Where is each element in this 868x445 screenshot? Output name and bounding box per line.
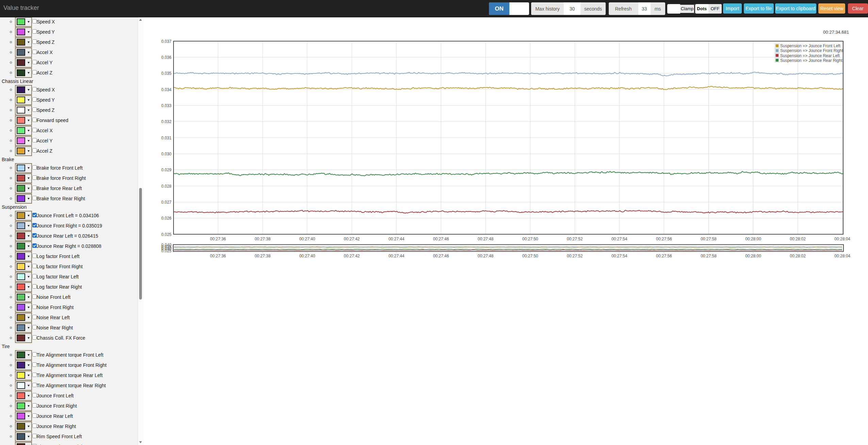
svg-text:00:27:54: 00:27:54 bbox=[611, 254, 627, 258]
svg-text:00:27:36: 00:27:36 bbox=[210, 254, 226, 258]
svg-text:00:28:00: 00:28:00 bbox=[745, 237, 761, 241]
svg-text:0.027: 0.027 bbox=[161, 200, 171, 205]
svg-text:0.029: 0.029 bbox=[161, 168, 171, 172]
svg-text:00:28:04: 00:28:04 bbox=[834, 254, 850, 258]
svg-text:00:27:44: 00:27:44 bbox=[389, 237, 405, 241]
svg-text:00:27:52: 00:27:52 bbox=[567, 237, 583, 241]
svg-text:00:28:04: 00:28:04 bbox=[834, 237, 850, 241]
svg-text:00:27:56: 00:27:56 bbox=[656, 254, 672, 258]
svg-text:Suspension => Jounce Front Lef: Suspension => Jounce Front Left bbox=[780, 44, 840, 48]
svg-text:00:28:00: 00:28:00 bbox=[745, 254, 761, 258]
svg-text:0.036: 0.036 bbox=[161, 55, 171, 60]
svg-text:00:27:56: 00:27:56 bbox=[656, 237, 672, 241]
svg-text:0.034: 0.034 bbox=[161, 87, 171, 92]
svg-text:00:27:50: 00:27:50 bbox=[522, 254, 538, 258]
svg-text:00:27:48: 00:27:48 bbox=[478, 237, 494, 241]
svg-text:00:27:42: 00:27:42 bbox=[344, 254, 360, 258]
svg-text:00:27:40: 00:27:40 bbox=[299, 237, 315, 241]
svg-text:Suspension => Jounce Rear Righ: Suspension => Jounce Rear Right bbox=[780, 58, 842, 63]
svg-text:00:27:42: 00:27:42 bbox=[344, 237, 360, 241]
svg-text:Suspension => Jounce Front Rig: Suspension => Jounce Front Right bbox=[780, 48, 843, 53]
svg-text:00:27:46: 00:27:46 bbox=[433, 237, 449, 241]
svg-text:00:27:40: 00:27:40 bbox=[299, 254, 315, 258]
svg-text:0.037: 0.037 bbox=[161, 39, 171, 44]
svg-text:Suspension => Jounce Rear Left: Suspension => Jounce Rear Left bbox=[780, 53, 840, 58]
svg-text:00:27:54: 00:27:54 bbox=[611, 237, 627, 241]
svg-text:00:27:50: 00:27:50 bbox=[522, 237, 538, 241]
svg-text:0.025: 0.025 bbox=[161, 232, 171, 237]
svg-text:00:27:48: 00:27:48 bbox=[478, 254, 494, 258]
svg-text:00:27:44: 00:27:44 bbox=[389, 254, 405, 258]
svg-text:00:27:58: 00:27:58 bbox=[701, 254, 717, 258]
svg-text:0.031: 0.031 bbox=[161, 136, 171, 140]
svg-text:00:28:02: 00:28:02 bbox=[790, 254, 806, 258]
svg-text:00:27:36: 00:27:36 bbox=[210, 237, 226, 241]
svg-text:0.030: 0.030 bbox=[161, 152, 171, 156]
svg-text:0.033: 0.033 bbox=[161, 103, 171, 108]
svg-text:00:27:58: 00:27:58 bbox=[701, 237, 717, 241]
svg-text:0.032: 0.032 bbox=[161, 119, 171, 124]
svg-text:00:27:34.681: 00:27:34.681 bbox=[823, 30, 849, 35]
svg-text:00:27:38: 00:27:38 bbox=[255, 237, 271, 241]
svg-text:00:27:38: 00:27:38 bbox=[255, 254, 271, 258]
svg-text:0.025: 0.025 bbox=[161, 249, 171, 253]
svg-text:00:27:52: 00:27:52 bbox=[567, 254, 583, 258]
svg-text:0.028: 0.028 bbox=[161, 184, 171, 189]
svg-text:0.035: 0.035 bbox=[161, 71, 171, 76]
svg-text:0.026: 0.026 bbox=[161, 216, 171, 221]
svg-text:00:28:02: 00:28:02 bbox=[790, 237, 806, 241]
svg-text:00:27:46: 00:27:46 bbox=[433, 254, 449, 258]
